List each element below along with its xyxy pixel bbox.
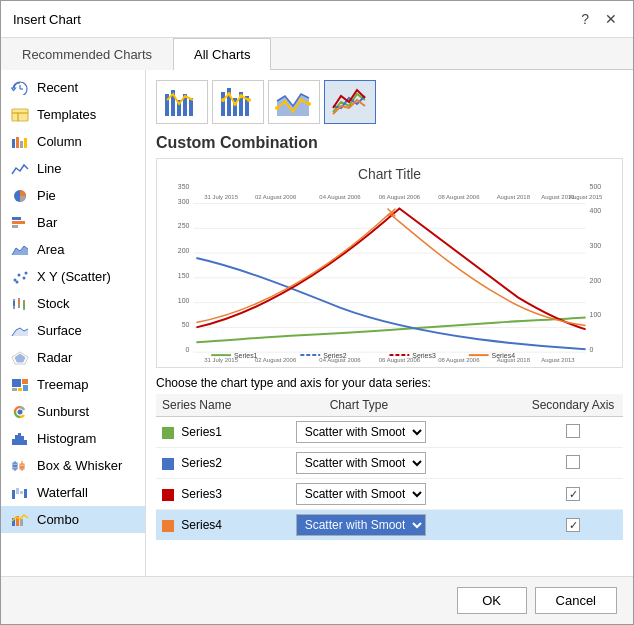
sidebar-item-combo[interactable]: Combo <box>1 506 145 533</box>
combo-type-3-btn[interactable] <box>268 80 320 124</box>
sidebar-item-templates-label: Templates <box>37 107 96 122</box>
sidebar-item-radar[interactable]: Radar <box>1 344 145 371</box>
sidebar-item-boxwhisker-label: Box & Whisker <box>37 458 122 473</box>
ok-button[interactable]: OK <box>457 587 527 614</box>
svg-text:04 August 2006: 04 August 2006 <box>319 194 361 200</box>
help-button[interactable]: ? <box>577 9 593 29</box>
svg-text:08 August 2006: 08 August 2006 <box>438 194 480 200</box>
cancel-button[interactable]: Cancel <box>535 587 617 614</box>
sidebar-item-treemap[interactable]: Treemap <box>1 371 145 398</box>
sidebar-item-xy[interactable]: X Y (Scatter) <box>1 263 145 290</box>
sidebar-item-recent[interactable]: Recent <box>1 74 145 101</box>
sidebar-item-histogram[interactable]: Histogram <box>1 425 145 452</box>
svg-point-32 <box>18 409 23 414</box>
svg-text:0: 0 <box>186 346 190 353</box>
area-icon <box>11 243 29 257</box>
sidebar-item-templates[interactable]: Templates <box>1 101 145 128</box>
svg-point-70 <box>299 98 303 102</box>
svg-point-63 <box>233 102 237 106</box>
boxwhisker-icon <box>11 459 29 473</box>
sidebar-item-boxwhisker[interactable]: Box & Whisker <box>1 452 145 479</box>
sidebar-item-sunburst-label: Sunburst <box>37 404 89 419</box>
sidebar-item-surface-label: Surface <box>37 323 82 338</box>
svg-text:Series2: Series2 <box>323 352 347 359</box>
combo-type-1-btn[interactable] <box>156 80 208 124</box>
svg-rect-2 <box>12 109 28 121</box>
svg-rect-11 <box>12 221 25 224</box>
svg-rect-33 <box>12 439 15 445</box>
svg-text:500: 500 <box>590 183 602 190</box>
sidebar: Recent Templates <box>1 70 146 576</box>
series2-charttype-dropdown: Scatter with Smooth ... <box>296 452 517 474</box>
series2-charttype-select[interactable]: Scatter with Smooth ... <box>296 452 426 474</box>
svg-point-65 <box>247 98 251 102</box>
svg-text:100: 100 <box>590 311 602 318</box>
sidebar-item-surface[interactable]: Surface <box>1 317 145 344</box>
series3-charttype-select[interactable]: Scatter with Smooth ... <box>296 483 426 505</box>
series-table-section: Choose the chart type and axis for your … <box>156 376 623 540</box>
series1-name: Series1 <box>181 425 222 439</box>
sidebar-item-line[interactable]: Line <box>1 155 145 182</box>
svg-rect-44 <box>12 490 15 499</box>
sidebar-item-column[interactable]: Column <box>1 128 145 155</box>
svg-text:50: 50 <box>182 321 190 328</box>
sidebar-item-waterfall[interactable]: Waterfall <box>1 479 145 506</box>
svg-text:Chart Title: Chart Title <box>358 166 421 182</box>
svg-text:02 August 2006: 02 August 2006 <box>255 194 297 200</box>
line-icon <box>11 162 29 176</box>
combo-type-2-btn[interactable] <box>212 80 264 124</box>
series3-secondary-checkbox[interactable] <box>566 487 580 501</box>
tab-bar: Recommended Charts All Charts <box>1 38 633 70</box>
chart-type-icons <box>156 80 623 124</box>
series1-secondary-checkbox[interactable] <box>566 424 580 438</box>
sidebar-item-recent-label: Recent <box>37 80 78 95</box>
close-button[interactable]: ✕ <box>601 9 621 29</box>
sidebar-item-pie[interactable]: Pie <box>1 182 145 209</box>
tab-recommended[interactable]: Recommended Charts <box>1 38 173 70</box>
series2-name: Series2 <box>181 456 222 470</box>
svg-text:250: 250 <box>178 222 190 229</box>
svg-text:August 2013: August 2013 <box>541 357 575 363</box>
svg-point-69 <box>291 109 295 113</box>
svg-point-68 <box>283 100 287 104</box>
svg-text:0: 0 <box>590 346 594 353</box>
table-row: Series3 Scatter with Smooth ... <box>156 479 623 510</box>
tab-all-charts[interactable]: All Charts <box>173 38 271 70</box>
svg-rect-20 <box>13 301 15 306</box>
sidebar-item-bar-label: Bar <box>37 215 57 230</box>
svg-point-61 <box>221 98 225 102</box>
sidebar-item-stock[interactable]: Stock <box>1 290 145 317</box>
series2-secondary-checkbox[interactable] <box>566 455 580 469</box>
svg-rect-10 <box>12 217 21 220</box>
series3-color-swatch <box>162 489 174 501</box>
svg-text:August 2018: August 2018 <box>497 194 531 200</box>
svg-rect-8 <box>24 138 27 148</box>
xy-icon <box>11 270 29 284</box>
main-panel: Custom Combination Chart Title 0 50 100 … <box>146 70 633 576</box>
title-bar-controls: ? ✕ <box>577 9 621 29</box>
svg-point-64 <box>239 94 243 98</box>
sidebar-item-area[interactable]: Area <box>1 236 145 263</box>
svg-point-15 <box>18 273 21 276</box>
combo-type-4-btn[interactable] <box>324 80 376 124</box>
svg-text:08 August 2006: 08 August 2006 <box>438 357 480 363</box>
combo-icon <box>11 513 29 527</box>
sidebar-item-bar[interactable]: Bar <box>1 209 145 236</box>
bar-icon <box>11 216 29 230</box>
svg-text:200: 200 <box>590 277 602 284</box>
sidebar-item-sunburst[interactable]: Sunburst <box>1 398 145 425</box>
svg-rect-47 <box>24 489 27 498</box>
svg-text:31 July 2015: 31 July 2015 <box>204 194 238 200</box>
treemap-icon <box>11 378 29 392</box>
svg-text:Series3: Series3 <box>412 352 436 359</box>
series1-charttype-select[interactable]: Scatter with Smooth ... <box>296 421 426 443</box>
svg-rect-35 <box>18 433 21 445</box>
svg-rect-6 <box>16 137 19 148</box>
svg-rect-24 <box>23 302 25 308</box>
series4-secondary-checkbox[interactable] <box>566 518 580 532</box>
svg-text:300: 300 <box>178 198 190 205</box>
sidebar-item-histogram-label: Histogram <box>37 431 96 446</box>
series4-charttype-select[interactable]: Scatter with Smooth ... <box>296 514 426 536</box>
svg-rect-45 <box>16 488 19 494</box>
dialog-footer: OK Cancel <box>1 576 633 624</box>
